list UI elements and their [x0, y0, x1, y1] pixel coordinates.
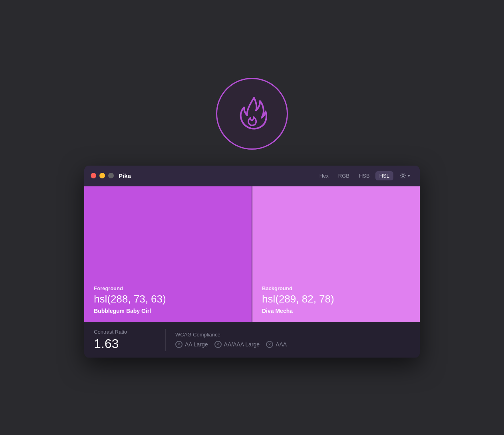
fail-icon-aa-large [175, 341, 183, 348]
bottom-bar: Contrast Ratio 1.63 WCAG Compliance AA L… [84, 322, 420, 358]
traffic-lights [91, 173, 114, 178]
chevron-down-icon: ▾ [408, 173, 410, 178]
tab-hex[interactable]: Hex [315, 171, 333, 180]
foreground-label: Foreground [94, 285, 242, 291]
minimize-button[interactable] [99, 173, 105, 178]
format-tabs: Hex RGB HSB HSL [315, 171, 393, 180]
background-value: hsl(289, 82, 78) [262, 293, 410, 305]
background-label: Background [262, 285, 410, 291]
badge-aa-large-label: AA Large [185, 341, 208, 348]
close-button[interactable] [91, 173, 96, 178]
wcag-badges: AA Large AA/AAA Large AAA [175, 341, 287, 348]
foreground-swatch[interactable]: Foreground hsl(288, 73, 63) Bubblegum Ba… [84, 186, 252, 322]
wcag-label: WCAG Compliance [175, 332, 287, 338]
badge-aa-large: AA Large [175, 341, 208, 348]
flame-icon [232, 94, 272, 134]
contrast-value: 1.63 [94, 336, 156, 351]
svg-point-0 [402, 175, 404, 177]
badge-aaa-label: AAA [276, 341, 287, 348]
window-title: Pika [119, 172, 315, 179]
foreground-value: hsl(288, 73, 63) [94, 293, 242, 305]
badge-aaa: AAA [266, 341, 287, 348]
color-swatches: Foreground hsl(288, 73, 63) Bubblegum Ba… [84, 186, 420, 322]
badge-aa-aaa-large-label: AA/AAA Large [224, 341, 260, 348]
badge-aa-aaa-large: AA/AAA Large [214, 341, 260, 348]
wcag-section: WCAG Compliance AA Large AA/AAA Large AA… [166, 332, 287, 348]
contrast-section: Contrast Ratio 1.63 [94, 329, 166, 351]
background-swatch[interactable]: Background hsl(289, 82, 78) Diva Mecha [252, 186, 420, 322]
foreground-name: Bubblegum Baby Girl [94, 308, 242, 314]
settings-button[interactable]: ▾ [397, 171, 413, 180]
app-window: Pika Hex RGB HSB HSL ▾ Foreground hsl(28… [84, 166, 420, 358]
fail-icon-aa-aaa-large [214, 341, 222, 348]
fail-icon-aaa [266, 341, 273, 348]
app-icon [216, 78, 288, 150]
background-name: Diva Mecha [262, 308, 410, 314]
tab-rgb[interactable]: RGB [334, 171, 353, 180]
tab-hsl[interactable]: HSL [375, 171, 393, 180]
tab-hsb[interactable]: HSB [355, 171, 374, 180]
contrast-label: Contrast Ratio [94, 329, 156, 335]
titlebar: Pika Hex RGB HSB HSL ▾ [84, 166, 420, 186]
maximize-button[interactable] [108, 173, 114, 178]
gear-icon [400, 172, 406, 179]
